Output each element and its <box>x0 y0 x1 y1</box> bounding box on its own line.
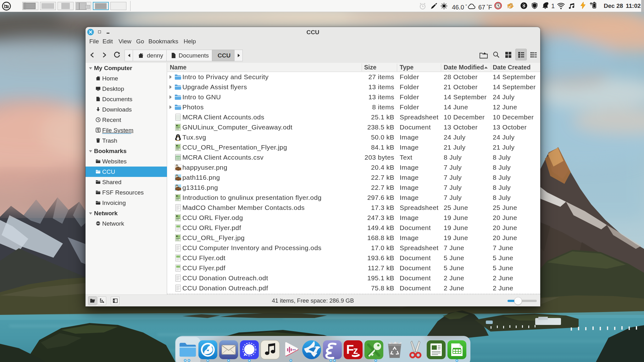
svg-text:z: z <box>353 345 358 356</box>
svg-text:F: F <box>346 343 354 356</box>
